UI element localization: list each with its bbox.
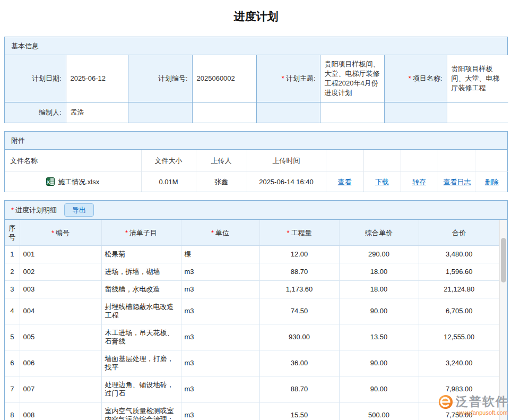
attachment-action-cell: 查看 <box>326 172 363 192</box>
detail-cell-item: 进场，拆墙，砌墙 <box>101 263 181 281</box>
col-header-empty <box>326 150 363 172</box>
details-table-wrap: 序号*编号*清单子目*单位*工程量综合单价合价 1001松果菊棵12.00290… <box>5 220 507 420</box>
detail-row: 1001松果菊棵12.00290.003,480.00 <box>5 246 499 263</box>
detail-cell-total: 3,480.00 <box>419 246 499 263</box>
detail-cell-quantity: 1,173.60 <box>259 281 339 298</box>
empty-cell <box>447 102 508 123</box>
required-mark: * <box>409 74 411 82</box>
details-col-header-quantity: *工程量 <box>259 220 339 246</box>
detail-cell-seq: 7 <box>5 376 20 402</box>
detail-cell-item: 墙面基层处理，打磨，找平 <box>101 350 181 376</box>
empty-cell <box>192 102 256 123</box>
detail-cell-unit_price: 500.00 <box>339 402 419 420</box>
required-mark: * <box>125 229 128 237</box>
col-header-uploader: 上传人 <box>196 150 247 172</box>
vertical-scrollbar[interactable] <box>499 220 507 420</box>
plan-date-label: 计划日期: <box>5 55 66 102</box>
basic-info-section-header: 基本信息 <box>5 37 507 55</box>
detail-cell-seq: 6 <box>5 350 20 376</box>
detail-cell-unit: m3 <box>181 324 259 350</box>
detail-cell-unit_price: 290.00 <box>339 246 419 263</box>
basic-info-section: 基本信息 计划日期: 2025-06-12 计划编号: 2025060002 *… <box>4 37 508 123</box>
detail-cell-unit: m3 <box>181 298 259 324</box>
detail-cell-code: 003 <box>20 281 101 298</box>
basic-info-table: 计划日期: 2025-06-12 计划编号: 2025060002 *计划主题:… <box>5 55 508 123</box>
scrollbar-thumb[interactable] <box>501 238 506 282</box>
export-button[interactable]: 导出 <box>64 203 94 217</box>
basic-info-title: 基本信息 <box>11 41 39 50</box>
page-title: 进度计划 <box>4 10 508 23</box>
detail-cell-seq: 4 <box>5 298 20 324</box>
detail-cell-unit: m3 <box>181 402 259 420</box>
author-label: 编制人: <box>5 102 66 123</box>
details-col-header-total: 合价 <box>419 220 499 246</box>
col-header-file-name: 文件名称 <box>5 150 141 172</box>
details-col-header-item: *清单子目 <box>101 220 181 246</box>
attachment-action-cell: 转存 <box>401 172 438 192</box>
detail-cell-unit: m3 <box>181 263 259 281</box>
attachments-title: 附件 <box>11 136 25 145</box>
detail-cell-unit: m3 <box>181 376 259 402</box>
empty-cell <box>128 102 192 123</box>
delete-link[interactable]: 删除 <box>485 178 499 186</box>
detail-cell-total: 21,124.80 <box>419 281 499 298</box>
detail-cell-code: 005 <box>20 324 101 350</box>
detail-cell-code: 001 <box>20 246 101 263</box>
col-header-upload-time: 上传时间 <box>247 150 326 172</box>
page: 进度计划 基本信息 计划日期: 2025-06-12 计划编号: 2025060… <box>0 10 512 420</box>
detail-cell-code: 002 <box>20 263 101 281</box>
required-mark: * <box>211 229 214 237</box>
vendor-watermark: 泛普软件 www.fanpusoft.com <box>438 393 509 416</box>
detail-cell-quantity: 74.50 <box>259 298 339 324</box>
vendor-brand-text: 泛普软件 <box>456 393 509 410</box>
detail-row: 6006墙面基层处理，打磨，找平m336.0090.003,240.00 <box>5 350 499 376</box>
plan-date-value: 2025-06-12 <box>66 55 128 102</box>
detail-cell-total: 1,596.60 <box>419 263 499 281</box>
detail-cell-code: 008 <box>20 402 101 420</box>
download-link[interactable]: 下载 <box>375 178 389 186</box>
attachment-action-cell: 下载 <box>363 172 401 192</box>
attachments-section: 附件 文件名称 文件大小 上传人 上传时间 <box>4 131 508 192</box>
plan-subject-value: 贵阳项目样板间、大堂、电梯厅装修工程2020年4月份进度计划 <box>320 55 384 102</box>
details-col-header-unit_price: 综合单价 <box>339 220 419 246</box>
detail-cell-unit_price: 90.00 <box>339 376 419 402</box>
transfer-link[interactable]: 转存 <box>412 178 426 186</box>
detail-cell-item: 松果菊 <box>101 246 181 263</box>
excel-file-icon: X <box>46 177 55 186</box>
col-header-empty <box>475 150 508 172</box>
detail-cell-total: 12,555.00 <box>419 324 499 350</box>
view-link[interactable]: 查看 <box>338 178 352 186</box>
detail-cell-code: 004 <box>20 298 101 324</box>
attachments-table: 文件名称 文件大小 上传人 上传时间 X <box>5 150 508 192</box>
detail-cell-quantity: 36.00 <box>259 350 339 376</box>
attachment-action-cell: 查看日志 <box>438 172 475 192</box>
empty-cell <box>256 102 320 123</box>
project-name-value: 贵阳项目样板间、大堂、电梯厅装修工程 <box>447 55 508 102</box>
plan-no-label: 计划编号: <box>128 55 192 102</box>
detail-cell-unit_price: 90.00 <box>339 298 419 324</box>
plan-subject-label: *计划主题: <box>256 55 320 102</box>
view-log-link[interactable]: 查看日志 <box>444 178 471 186</box>
detail-cell-unit: 棵 <box>181 246 259 263</box>
required-mark: * <box>287 229 289 237</box>
detail-cell-unit_price: 18.00 <box>339 281 419 298</box>
col-header-empty <box>363 150 401 172</box>
detail-cell-unit: m3 <box>181 281 259 298</box>
detail-cell-unit_price: 18.00 <box>339 263 419 281</box>
attachment-file-name: X 施工情况.xlsx <box>5 172 141 192</box>
required-mark: * <box>11 205 14 215</box>
col-header-empty <box>438 150 475 172</box>
details-title: 进度计划明细 <box>15 205 57 215</box>
detail-cell-total: 6,705.00 <box>419 298 499 324</box>
plan-no-value: 2025060002 <box>192 55 256 102</box>
detail-cell-seq: 3 <box>5 281 20 298</box>
detail-cell-seq: 5 <box>5 324 20 350</box>
detail-cell-unit: m3 <box>181 350 259 376</box>
svg-text:X: X <box>47 179 50 185</box>
fanpu-logo-icon <box>438 395 453 409</box>
detail-cell-quantity: 12.00 <box>259 246 339 263</box>
detail-cell-item: 封埋线槽隐蔽水电改造工程 <box>101 298 181 324</box>
project-name-label: *项目名称: <box>384 55 447 102</box>
col-header-empty <box>401 150 438 172</box>
detail-cell-item: 处理边角、铺设地砖，过门石 <box>101 376 181 402</box>
